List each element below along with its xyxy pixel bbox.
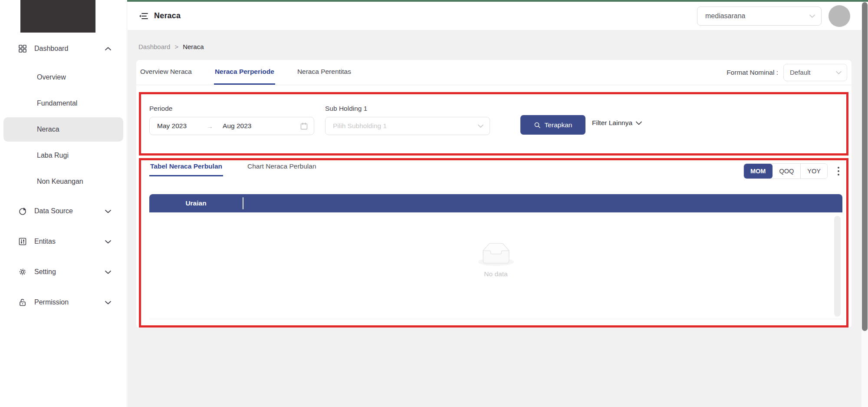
tab-label: Neraca Perentitas bbox=[297, 68, 351, 76]
column-divider bbox=[243, 197, 243, 209]
tab-overview-neraca[interactable]: Overview Neraca bbox=[139, 60, 193, 85]
empty-state: No data bbox=[149, 243, 842, 278]
sliders-icon bbox=[18, 237, 27, 246]
chevron-down-icon bbox=[105, 270, 111, 274]
menu-fold-icon[interactable] bbox=[139, 11, 148, 21]
gear-icon bbox=[18, 268, 27, 276]
sub-holding-placeholder: Pilih Subholding 1 bbox=[333, 122, 387, 130]
chevron-down-icon bbox=[636, 121, 642, 125]
chevron-down-icon bbox=[836, 71, 842, 74]
top-header: Neraca mediasarana bbox=[128, 2, 861, 30]
unlock-icon bbox=[18, 298, 27, 307]
chevron-down-icon bbox=[478, 124, 483, 128]
tab-label: Overview Neraca bbox=[140, 68, 192, 76]
apply-button[interactable]: Terapkan bbox=[520, 115, 585, 135]
sidebar-item-dashboard[interactable]: Dashboard bbox=[0, 36, 127, 61]
chevron-down-icon bbox=[105, 240, 111, 244]
sidebar-item-label: Dashboard bbox=[34, 45, 68, 53]
user-avatar[interactable] bbox=[829, 5, 850, 27]
sidebar-item-data-source[interactable]: Data Source bbox=[0, 199, 127, 223]
sidebar: Dashboard Overview Fundamental Neraca La… bbox=[0, 0, 127, 407]
organization-select-value: mediasarana bbox=[705, 12, 746, 20]
main-content: Dashboard > Neraca Overview Neraca Nerac… bbox=[128, 30, 861, 407]
app-logo bbox=[20, 0, 95, 33]
sidebar-item-entitas[interactable]: Entitas bbox=[0, 229, 127, 254]
tab-label: Tabel Neraca Perbulan bbox=[150, 162, 222, 170]
chevron-up-icon bbox=[105, 47, 111, 51]
sidebar-item-label: Fundamental bbox=[37, 99, 77, 107]
sidebar-item-label: Data Source bbox=[34, 207, 73, 215]
segment-yoy[interactable]: YOY bbox=[801, 164, 827, 179]
sidebar-nav: Dashboard Overview Fundamental Neraca La… bbox=[0, 36, 127, 321]
page-scrollbar-thumb[interactable] bbox=[862, 2, 868, 331]
page-title: Neraca bbox=[154, 11, 181, 20]
table-chart-tabs: Tabel Neraca Perbulan Chart Neraca Perbu… bbox=[149, 159, 341, 176]
breadcrumb-separator: > bbox=[174, 43, 178, 50]
chevron-down-icon bbox=[105, 301, 111, 304]
sidebar-item-label: Neraca bbox=[37, 126, 59, 133]
tab-neraca-perperiode[interactable]: Neraca Perperiode bbox=[214, 60, 275, 85]
tab-neraca-perentitas[interactable]: Neraca Perentitas bbox=[296, 60, 352, 85]
sidebar-item-setting[interactable]: Setting bbox=[0, 260, 127, 284]
periode-range-picker[interactable]: May 2023 → Aug 2023 bbox=[149, 117, 314, 135]
table-body: No data bbox=[149, 212, 842, 319]
apply-button-label: Terapkan bbox=[545, 121, 572, 129]
segment-label: MOM bbox=[750, 168, 766, 175]
header-right: mediasarana bbox=[697, 5, 855, 27]
sidebar-item-label: Laba Rugi bbox=[37, 152, 69, 159]
sidebar-item-neraca[interactable]: Neraca bbox=[3, 117, 123, 142]
sidebar-item-laba-rugi[interactable]: Laba Rugi bbox=[3, 143, 123, 168]
sidebar-item-permission[interactable]: Permission bbox=[0, 290, 127, 314]
periode-start-value: May 2023 bbox=[157, 122, 187, 130]
empty-state-text: No data bbox=[484, 270, 507, 278]
segment-label: YOY bbox=[807, 168, 821, 175]
breadcrumb-item-neraca: Neraca bbox=[183, 43, 204, 50]
format-nominal-value: Default bbox=[790, 69, 811, 76]
organization-select[interactable]: mediasarana bbox=[697, 7, 822, 26]
chevron-down-icon bbox=[809, 14, 815, 18]
periode-end-value: Aug 2023 bbox=[223, 122, 251, 130]
range-arrow-icon: → bbox=[207, 122, 213, 130]
segment-qoq[interactable]: QOQ bbox=[773, 164, 801, 179]
dashboard-submenu: Overview Fundamental Neraca Laba Rugi No… bbox=[0, 61, 127, 199]
tab-tabel-neraca-perbulan[interactable]: Tabel Neraca Perbulan bbox=[149, 159, 223, 176]
calendar-icon bbox=[300, 122, 308, 130]
segment-mom[interactable]: MOM bbox=[744, 164, 773, 179]
neraca-card: Overview Neraca Neraca Perperiode Neraca… bbox=[136, 60, 852, 328]
sidebar-item-fundamental[interactable]: Fundamental bbox=[3, 91, 123, 116]
table-scrollbar-thumb[interactable] bbox=[834, 216, 841, 317]
format-nominal-label: Format Nominal : bbox=[727, 69, 778, 76]
search-icon bbox=[534, 122, 541, 129]
sidebar-item-overview[interactable]: Overview bbox=[3, 65, 123, 89]
tab-label: Neraca Perperiode bbox=[215, 68, 274, 76]
format-nominal-select[interactable]: Default bbox=[783, 64, 847, 81]
sidebar-item-label: Permission bbox=[34, 298, 69, 306]
sidebar-item-label: Entitas bbox=[34, 238, 56, 245]
sidebar-item-label: Non Keuangan bbox=[37, 178, 83, 185]
no-data-inbox-icon bbox=[478, 243, 514, 266]
period-mode-segmented: MOM QOQ YOY bbox=[743, 163, 828, 179]
sidebar-item-non-keuangan[interactable]: Non Keuangan bbox=[3, 169, 123, 194]
segment-label: QOQ bbox=[779, 168, 794, 175]
pie-chart-icon bbox=[18, 207, 27, 215]
table-header-row: Uraian bbox=[149, 194, 842, 212]
top-accent-bar bbox=[0, 0, 868, 2]
page-tabs: Overview Neraca Neraca Perperiode Neraca… bbox=[136, 60, 852, 85]
tab-label: Chart Neraca Perbulan bbox=[247, 162, 316, 170]
tab-chart-neraca-perbulan[interactable]: Chart Neraca Perbulan bbox=[247, 159, 317, 176]
more-filters-toggle[interactable]: Filter Lainnya bbox=[592, 119, 642, 127]
page-scrollbar[interactable] bbox=[861, 2, 868, 407]
format-nominal: Format Nominal : Default bbox=[727, 60, 847, 85]
breadcrumb: Dashboard > Neraca bbox=[138, 43, 204, 50]
chevron-down-icon bbox=[105, 209, 111, 213]
more-options-kebab-icon[interactable] bbox=[833, 164, 844, 178]
sidebar-item-label: Setting bbox=[34, 268, 56, 276]
app-window: Dashboard Overview Fundamental Neraca La… bbox=[0, 0, 868, 407]
periode-label: Periode bbox=[149, 105, 172, 113]
sub-holding-label: Sub Holding 1 bbox=[325, 105, 367, 113]
table-column-uraian: Uraian bbox=[149, 199, 243, 207]
sub-holding-select[interactable]: Pilih Subholding 1 bbox=[325, 117, 490, 135]
sidebar-item-label: Overview bbox=[37, 73, 66, 81]
breadcrumb-item-dashboard[interactable]: Dashboard bbox=[138, 43, 170, 50]
dashboard-grid-icon bbox=[18, 44, 27, 53]
